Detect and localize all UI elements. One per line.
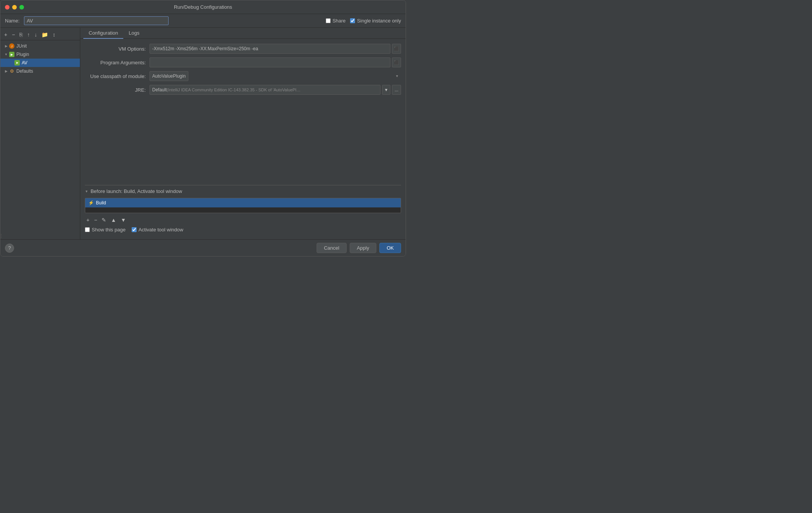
sidebar-toolbar: + − ⎘ ↑ ↓ 📁 ↕ xyxy=(0,29,80,40)
move-down-button[interactable]: ↓ xyxy=(33,31,38,38)
jre-label: JRE: xyxy=(85,87,150,93)
sidebar-label-junit: JUnit xyxy=(16,43,27,49)
launch-edit-button[interactable]: ✎ xyxy=(100,216,108,224)
launch-item-build[interactable]: ⚡ Build xyxy=(85,198,401,207)
show-page-label[interactable]: Show this page xyxy=(85,227,126,233)
tab-logs[interactable]: Logs xyxy=(123,28,145,39)
footer: ? Cancel Apply OK xyxy=(0,239,406,256)
av-icon: ▶ xyxy=(14,60,20,66)
program-args-row: Program Arguments: ⬛ xyxy=(85,57,401,68)
window-controls[interactable] xyxy=(5,5,24,10)
main-content: + − ⎘ ↑ ↓ 📁 ↕ ▶ J JUnit ▼ ▶ Pl xyxy=(0,28,406,239)
tree-arrow-av xyxy=(9,60,14,65)
classpath-select-wrapper: AutoValuePlugin xyxy=(150,71,401,81)
footer-left: ? xyxy=(5,244,14,253)
resize-handle[interactable] xyxy=(0,234,2,238)
launch-item-build-label: Build xyxy=(96,200,106,206)
program-args-expand-button[interactable]: ⬛ xyxy=(392,57,401,67)
sidebar-label-av: AV xyxy=(22,60,27,65)
cancel-button[interactable]: Cancel xyxy=(317,243,346,253)
minimize-button[interactable] xyxy=(12,5,17,10)
vm-options-field: ⬛ xyxy=(150,44,401,54)
activate-window-text: Activate tool window xyxy=(139,227,183,233)
tabs-bar: Configuration Logs xyxy=(80,28,406,39)
right-panel: Configuration Logs VM Options: ⬛ Program… xyxy=(80,28,406,239)
classpath-field: AutoValuePlugin xyxy=(150,71,401,81)
jre-row: JRE: Default (IntelliJ IDEA Community Ed… xyxy=(85,84,401,95)
jre-detail: (IntelliJ IDEA Community Edition IC-143.… xyxy=(167,88,301,92)
remove-config-button[interactable]: − xyxy=(10,31,16,38)
ok-button[interactable]: OK xyxy=(379,243,401,253)
classpath-label: Use classpath of module: xyxy=(85,73,150,79)
vm-options-row: VM Options: ⬛ xyxy=(85,43,401,54)
sort-button[interactable]: ↕ xyxy=(51,31,57,38)
apply-button[interactable]: Apply xyxy=(350,243,377,253)
defaults-icon: ⚙ xyxy=(9,68,15,74)
program-args-label: Program Arguments: xyxy=(85,60,150,65)
folder-button[interactable]: 📁 xyxy=(40,31,49,38)
bottom-options: Show this page Activate tool window xyxy=(85,225,401,235)
jre-field: Default (IntelliJ IDEA Community Edition… xyxy=(150,85,401,95)
classpath-select[interactable]: AutoValuePlugin xyxy=(150,71,188,81)
sidebar-item-defaults[interactable]: ▶ ⚙ Defaults xyxy=(0,67,80,75)
maximize-button[interactable] xyxy=(19,5,24,10)
single-instance-checkbox-label[interactable]: Single instance only xyxy=(350,18,401,24)
before-launch-header[interactable]: ▼ Before launch: Build, Activate tool wi… xyxy=(85,188,401,196)
vm-options-input[interactable] xyxy=(150,44,390,54)
name-input[interactable] xyxy=(24,16,169,25)
tab-configuration[interactable]: Configuration xyxy=(83,28,123,39)
add-config-button[interactable]: + xyxy=(3,31,9,38)
activate-window-checkbox[interactable] xyxy=(132,227,137,232)
jre-more-button[interactable]: ... xyxy=(392,85,401,95)
jre-combo[interactable]: Default (IntelliJ IDEA Community Edition… xyxy=(150,85,381,95)
build-icon: ⚡ xyxy=(88,200,94,206)
config-content: VM Options: ⬛ Program Arguments: ⬛ Use c… xyxy=(80,39,406,239)
move-up-button[interactable]: ↑ xyxy=(25,31,31,38)
show-page-text: Show this page xyxy=(92,227,126,233)
sidebar-item-plugin[interactable]: ▼ ▶ Plugin xyxy=(0,50,80,59)
sidebar-label-plugin: Plugin xyxy=(16,52,29,57)
before-launch-section: ▼ Before launch: Build, Activate tool wi… xyxy=(85,185,401,225)
activate-window-label[interactable]: Activate tool window xyxy=(132,227,183,233)
launch-toolbar: + − ✎ ▲ ▼ xyxy=(85,215,401,225)
classpath-row: Use classpath of module: AutoValuePlugin xyxy=(85,71,401,81)
launch-add-button[interactable]: + xyxy=(85,216,91,224)
junit-icon: J xyxy=(9,43,15,49)
launch-up-button[interactable]: ▲ xyxy=(109,216,118,224)
config-spacer xyxy=(85,98,401,182)
before-launch-arrow-icon: ▼ xyxy=(85,190,88,193)
single-instance-checkbox[interactable] xyxy=(350,18,355,23)
top-bar: Name: Share Single instance only xyxy=(0,14,406,28)
single-instance-label: Single instance only xyxy=(357,18,401,24)
jre-default: Default xyxy=(152,87,167,92)
name-label: Name: xyxy=(5,18,19,24)
launch-down-button[interactable]: ▼ xyxy=(119,216,127,224)
sidebar-item-av[interactable]: ▶ AV xyxy=(0,59,80,67)
share-checkbox[interactable] xyxy=(326,18,331,23)
sidebar-label-defaults: Defaults xyxy=(16,69,33,74)
show-page-checkbox[interactable] xyxy=(85,227,90,232)
copy-config-button[interactable]: ⎘ xyxy=(18,31,24,38)
footer-right: Cancel Apply OK xyxy=(317,243,401,253)
launch-remove-button[interactable]: − xyxy=(92,216,99,224)
launch-list: ⚡ Build xyxy=(85,198,401,213)
window-title: Run/Debug Configurations xyxy=(174,4,232,10)
top-bar-right: Share Single instance only xyxy=(326,18,401,24)
program-args-field: ⬛ xyxy=(150,57,401,67)
tree-arrow-defaults: ▶ xyxy=(3,69,9,74)
jre-dropdown-button[interactable]: ▼ xyxy=(382,85,390,95)
help-button[interactable]: ? xyxy=(5,244,14,253)
sidebar-item-junit[interactable]: ▶ J JUnit xyxy=(0,42,80,50)
share-checkbox-label[interactable]: Share xyxy=(326,18,346,24)
resize-handle-dots xyxy=(1,234,2,238)
plugin-icon: ▶ xyxy=(9,51,15,57)
program-args-input[interactable] xyxy=(150,57,390,67)
vm-options-expand-button[interactable]: ⬛ xyxy=(392,44,401,54)
tree-arrow-plugin: ▼ xyxy=(3,52,9,57)
tree-area: ▶ J JUnit ▼ ▶ Plugin ▶ A xyxy=(0,40,80,234)
before-launch-title: Before launch: Build, Activate tool wind… xyxy=(91,188,182,194)
sidebar: + − ⎘ ↑ ↓ 📁 ↕ ▶ J JUnit ▼ ▶ Pl xyxy=(0,28,80,239)
close-button[interactable] xyxy=(5,5,10,10)
tree-arrow-junit: ▶ xyxy=(3,43,9,49)
vm-options-label: VM Options: xyxy=(85,46,150,52)
